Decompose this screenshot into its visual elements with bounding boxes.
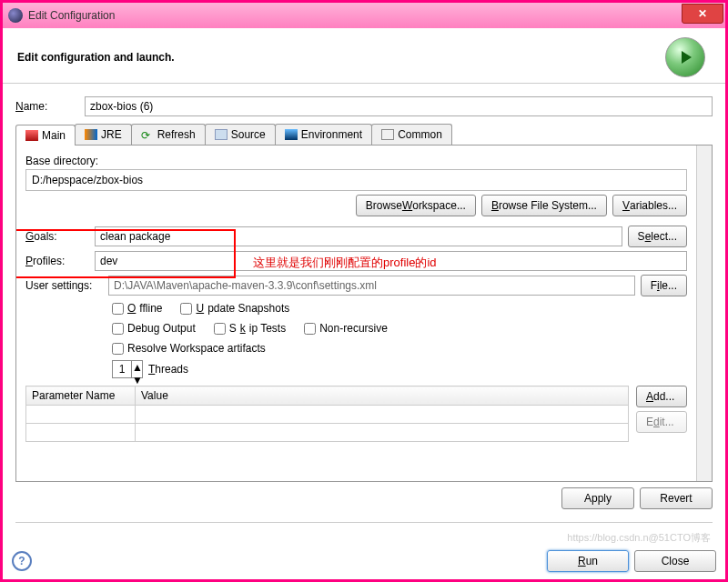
name-input[interactable] [85,96,713,116]
titlebar[interactable]: Edit Configuration ✕ [3,3,725,28]
table-row[interactable] [26,406,629,424]
col-parameter-name: Parameter Name [26,386,136,406]
dialog-subtitle: Edit configuration and launch. [17,51,175,64]
tab-jre[interactable]: JRE [75,124,132,145]
file-button[interactable]: File... [641,275,687,296]
annotation-text: 这里就是我们刚刚配置的profile的id [253,255,437,271]
col-value: Value [136,386,629,406]
browse-workspace-button[interactable]: Browse Workspace... [356,195,476,216]
parameters-table[interactable]: Parameter NameValue [25,386,629,442]
dialog-content: Name: Main JRE ⟳Refresh Source Environme… [3,84,725,517]
add-button[interactable]: Add... [636,386,687,407]
non-recursive-checkbox[interactable]: Non-recursive [304,322,388,335]
browse-filesystem-button[interactable]: Browse File System... [481,195,607,216]
dialog-footer: ? Run Close [12,550,716,572]
options-group: Offline Update Snapshots Debug Output Sk… [25,302,687,355]
window-title: Edit Configuration [28,9,682,22]
tab-common[interactable]: Common [371,124,452,145]
goals-input[interactable] [95,226,622,246]
debug-output-checkbox[interactable]: Debug Output [112,322,196,335]
watermark: https://blog.csdn.n@51CTO博客 [567,531,711,545]
svg-marker-0 [682,51,692,64]
goals-label: Goals: [25,230,89,243]
profiles-label: Profiles: [25,255,89,267]
run-icon [665,37,705,77]
close-icon[interactable]: ✕ [682,4,723,24]
name-label: Name: [15,100,79,113]
edit-button: Edit... [636,411,687,433]
help-icon[interactable]: ? [12,551,32,571]
offline-checkbox[interactable]: Offline [112,302,162,315]
tab-refresh[interactable]: ⟳Refresh [131,124,206,145]
threads-label: Threads [148,363,188,376]
select-button[interactable]: Select... [628,226,687,247]
update-snapshots-checkbox[interactable]: Update Snapshots [180,302,289,315]
basedir-value[interactable]: D:/hepspace/zbox-bios [25,169,687,191]
revert-button[interactable]: Revert [640,487,713,509]
apply-button[interactable]: Apply [561,487,634,509]
name-row: Name: [15,96,713,116]
tab-main-panel: Base directory: D:/hepspace/zbox-bios Br… [15,146,713,482]
usersettings-label: User settings: [25,279,103,292]
run-button[interactable]: Run [547,550,629,572]
basedir-label: Base directory: [25,155,687,167]
resolve-ws-checkbox[interactable]: Resolve Workspace artifacts [112,342,266,355]
tab-source[interactable]: Source [205,124,276,145]
tab-main[interactable]: Main [15,125,76,146]
tab-bar: Main JRE ⟳Refresh Source Environment Com… [15,124,713,146]
variables-button[interactable]: Variables... [612,195,687,216]
app-icon [8,8,23,23]
table-row[interactable] [26,424,629,442]
scrollbar[interactable] [696,146,712,481]
dialog-window: Edit Configuration ✕ Edit configuration … [0,0,728,582]
threads-spinner[interactable]: 1▲▼ [112,360,143,378]
skip-tests-checkbox[interactable]: Skip Tests [214,322,286,335]
close-button[interactable]: Close [634,550,716,572]
usersettings-input[interactable] [108,276,635,296]
dialog-header: Edit configuration and launch. [3,28,725,84]
tab-environment[interactable]: Environment [275,124,372,145]
